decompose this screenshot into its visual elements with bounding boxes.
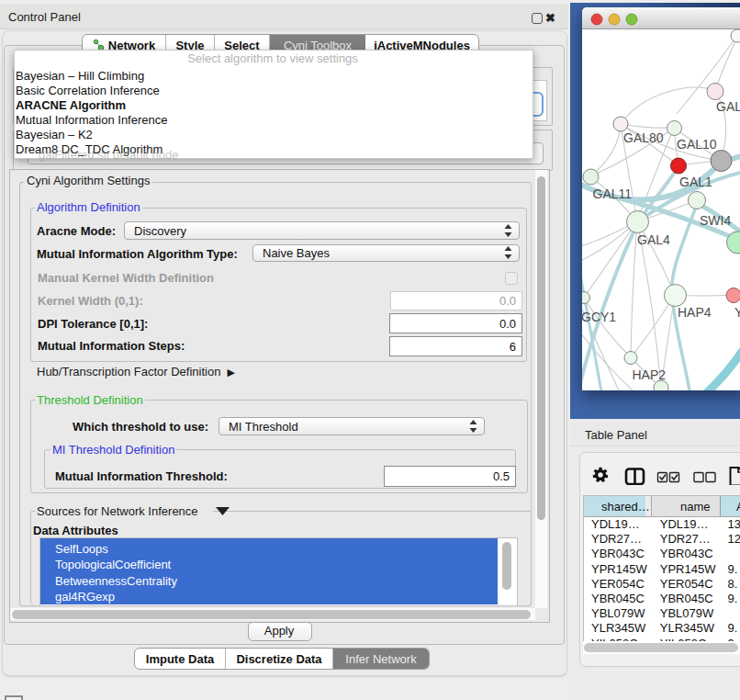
svg-text:GAL4: GAL4 bbox=[637, 232, 670, 247]
svg-text:GAL11: GAL11 bbox=[593, 186, 633, 201]
svg-text:Y: Y bbox=[734, 305, 740, 320]
svg-text:GAL80: GAL80 bbox=[623, 130, 664, 145]
svg-text:GAL: GAL bbox=[716, 99, 740, 114]
svg-text:SWI4: SWI4 bbox=[700, 213, 731, 228]
svg-text:GAL10: GAL10 bbox=[677, 137, 717, 152]
svg-text:HAP2: HAP2 bbox=[633, 367, 667, 382]
svg-text:GCY1: GCY1 bbox=[582, 310, 616, 324]
svg-text:GAL1: GAL1 bbox=[679, 175, 712, 189]
svg-text:HAP4: HAP4 bbox=[678, 305, 712, 320]
